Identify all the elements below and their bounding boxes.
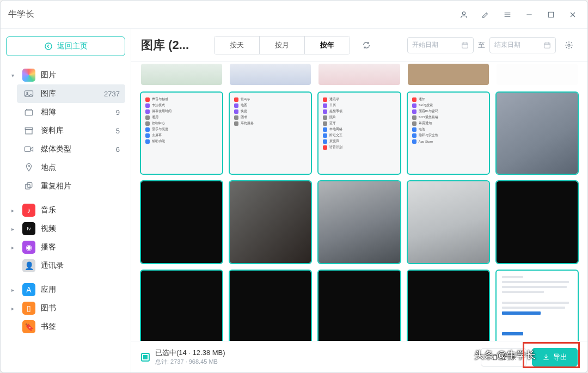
contacts-icon: 👤	[22, 259, 35, 272]
date-end-placeholder: 结束日期	[494, 40, 520, 50]
sidebar-item-podcast[interactable]: ▸ ◉ 播客	[6, 238, 125, 256]
date-start-input[interactable]: 开始日期	[407, 37, 474, 53]
sidebar-label: 图片	[41, 70, 56, 80]
seg-day[interactable]: 按天	[215, 36, 259, 54]
tv-icon: tv	[22, 222, 35, 235]
sidebar-item-label: 视频	[41, 224, 56, 234]
svg-rect-8	[25, 147, 31, 152]
titlebar: 牛学长	[1, 1, 587, 29]
podcast-icon: ◉	[22, 241, 35, 254]
sidebar-item-places[interactable]: 地点	[17, 158, 125, 177]
thumbnail[interactable]	[141, 271, 222, 341]
sidebar-item-label: 资料库	[41, 126, 64, 136]
svg-rect-5	[25, 110, 33, 115]
sidebar: 返回主页 ▾ 图片 图库 2737 相簿 9	[1, 29, 131, 372]
thumbnail[interactable]	[230, 64, 311, 85]
archive-icon	[22, 124, 35, 137]
sidebar-item-label: 重复相片	[41, 181, 71, 191]
thumbnail[interactable]	[318, 181, 400, 262]
back-label: 返回主页	[57, 41, 88, 51]
appstore-icon: A	[22, 283, 35, 296]
user-icon[interactable]	[457, 8, 471, 22]
thumbnail[interactable]	[318, 271, 400, 341]
thumbnail[interactable]: 声音与触感专注模式屏幕使用时间通用控制中心显示与亮度主屏幕辅助功能	[141, 93, 222, 174]
page-title: 图库 (2...	[141, 37, 206, 53]
app-name: 牛学长	[8, 9, 34, 20]
sidebar-item-books[interactable]: ▸ ▯ 图书	[6, 299, 125, 317]
thumbnail[interactable]	[408, 271, 489, 341]
menu-icon[interactable]	[500, 8, 514, 22]
thumbnail[interactable]	[141, 64, 222, 85]
thumbnail[interactable]: 轻App地图快捷图书系统服务	[230, 93, 311, 174]
sidebar-item-label: 通讯录	[41, 261, 64, 271]
sidebar-item-photos[interactable]: ▾ 图片	[6, 66, 125, 84]
minimize-icon[interactable]	[522, 8, 536, 22]
select-all-checkbox[interactable]	[141, 353, 150, 362]
sidebar-item-label: 应用	[41, 285, 56, 295]
duplicate-icon	[22, 180, 35, 193]
sidebar-item-library[interactable]: 图库 2737	[17, 84, 125, 103]
main: 图库 (2... 按天 按月 按年 开始日期 至 结束日期	[131, 29, 587, 372]
sidebar-item-label: 图书	[41, 303, 56, 313]
svg-point-14	[568, 44, 570, 46]
body: 返回主页 ▾ 图片 图库 2737 相簿 9	[1, 29, 587, 372]
books-icon: ▯	[22, 302, 35, 315]
sidebar-item-label: 播客	[41, 242, 56, 252]
chevron-right-icon: ▸	[11, 305, 20, 311]
svg-rect-13	[544, 42, 550, 47]
total-label: 总计: 2737 · 968.45 MB	[155, 358, 225, 366]
sidebar-item-label: 音乐	[41, 205, 56, 215]
thumbnail[interactable]	[497, 271, 578, 341]
sidebar-item-apps[interactable]: ▸ A 应用	[6, 280, 125, 299]
chevron-right-icon: ▸	[11, 244, 20, 250]
svg-point-4	[27, 92, 28, 93]
selected-label: 已选中(14 · 12.38 MB)	[155, 348, 225, 358]
thumbnail[interactable]	[408, 181, 489, 262]
seg-month[interactable]: 按月	[259, 36, 304, 54]
thumbnail[interactable]	[497, 181, 578, 262]
sidebar-item-albums[interactable]: 相簿 9	[17, 103, 125, 121]
pin-icon	[22, 161, 35, 174]
date-start-placeholder: 开始日期	[412, 40, 438, 50]
date-end-input[interactable]: 结束日期	[489, 37, 556, 53]
thumbnail[interactable]	[230, 181, 311, 262]
sidebar-item-video[interactable]: ▸ tv 视频	[6, 219, 125, 238]
svg-rect-7	[26, 130, 32, 134]
sidebar-item-bookmarks[interactable]: 🔖 书签	[6, 317, 125, 336]
thumbnail[interactable]	[318, 64, 400, 85]
delete-button[interactable]: 删除	[481, 348, 526, 366]
refresh-button[interactable]	[358, 36, 375, 54]
chevron-down-icon: ▾	[11, 72, 20, 78]
toolbar: 图库 (2... 按天 按月 按年 开始日期 至 结束日期	[131, 29, 587, 62]
photos-icon	[22, 69, 35, 82]
seg-year[interactable]: 按年	[304, 36, 350, 54]
thumbnail[interactable]	[230, 271, 311, 341]
thumbnail[interactable]: 通讯录日历提醒事项照片蓝牙本地网络附近交互麦克风语音识别	[318, 93, 400, 174]
sidebar-item-duplicates[interactable]: 重复相片	[17, 177, 125, 195]
thumbnail[interactable]: 通知Siri与搜索面容ID与密码SOS紧急联络暴露通知电池隐私与安全性App S…	[408, 93, 489, 174]
sidebar-item-music[interactable]: ▸ ♪ 音乐	[6, 201, 125, 219]
svg-rect-11	[27, 182, 32, 187]
thumbnail[interactable]	[497, 64, 578, 85]
thumbnail[interactable]	[497, 93, 578, 174]
app-window: 牛学长 返回主页 ▾ 图片 图库 2737	[0, 0, 588, 373]
sidebar-item-count: 9	[116, 108, 120, 117]
video-icon	[22, 143, 35, 156]
sidebar-item-contacts[interactable]: 👤 通讯录	[6, 256, 125, 275]
sidebar-item-label: 书签	[41, 322, 56, 332]
sidebar-item-label: 媒体类型	[41, 144, 71, 154]
sidebar-item-archive[interactable]: 资料库 5	[17, 121, 125, 140]
back-button[interactable]: 返回主页	[6, 36, 125, 56]
maximize-icon[interactable]	[544, 8, 558, 22]
settings-button[interactable]	[560, 36, 578, 54]
thumbnail[interactable]	[141, 181, 222, 262]
sidebar-item-mediatypes[interactable]: 媒体类型 6	[17, 140, 125, 158]
export-button[interactable]: 导出	[532, 348, 578, 366]
close-icon[interactable]	[566, 8, 580, 22]
edit-icon[interactable]	[479, 8, 493, 22]
sidebar-item-count: 2737	[104, 90, 120, 98]
sidebar-item-count: 6	[116, 145, 120, 154]
thumbnail[interactable]	[408, 64, 489, 85]
thumbnail-grid[interactable]: 声音与触感专注模式屏幕使用时间通用控制中心显示与亮度主屏幕辅助功能 轻App地图…	[131, 62, 587, 341]
bookmarks-icon: 🔖	[22, 320, 35, 333]
